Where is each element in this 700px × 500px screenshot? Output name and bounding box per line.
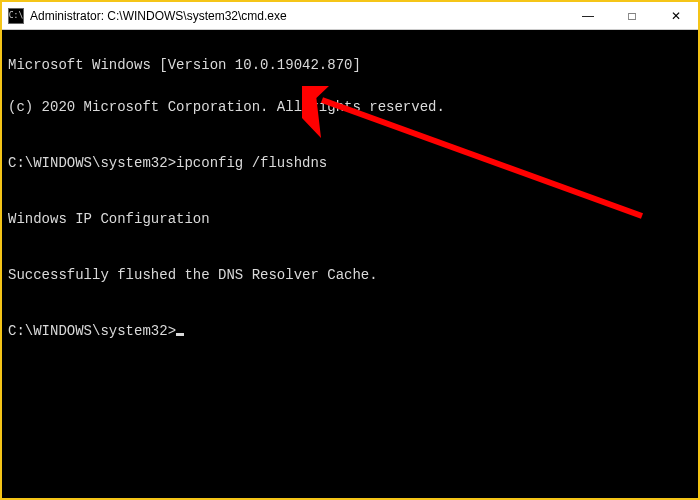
titlebar[interactable]: C:\ Administrator: C:\WINDOWS\system32\c… bbox=[2, 2, 698, 30]
close-button[interactable]: ✕ bbox=[654, 2, 698, 29]
cmd-window: C:\ Administrator: C:\WINDOWS\system32\c… bbox=[0, 0, 700, 500]
command-text: ipconfig /flushdns bbox=[176, 155, 327, 171]
maximize-button[interactable]: □ bbox=[610, 2, 654, 29]
window-controls: — □ ✕ bbox=[566, 2, 698, 29]
prompt-line-1: C:\WINDOWS\system32>ipconfig /flushdns bbox=[8, 153, 692, 174]
titlebar-left: C:\ Administrator: C:\WINDOWS\system32\c… bbox=[2, 8, 287, 24]
terminal-output[interactable]: Microsoft Windows [Version 10.0.19042.87… bbox=[2, 30, 698, 498]
version-line: Microsoft Windows [Version 10.0.19042.87… bbox=[8, 55, 692, 76]
minimize-button[interactable]: — bbox=[566, 2, 610, 29]
window-title: Administrator: C:\WINDOWS\system32\cmd.e… bbox=[30, 9, 287, 23]
copyright-line: (c) 2020 Microsoft Corporation. All righ… bbox=[8, 97, 692, 118]
flush-result: Successfully flushed the DNS Resolver Ca… bbox=[8, 265, 692, 286]
prompt-line-2: C:\WINDOWS\system32> bbox=[8, 321, 692, 342]
cmd-icon: C:\ bbox=[8, 8, 24, 24]
prompt-path: C:\WINDOWS\system32> bbox=[8, 155, 176, 171]
text-cursor bbox=[176, 333, 184, 336]
ipconfig-header: Windows IP Configuration bbox=[8, 209, 692, 230]
prompt-path: C:\WINDOWS\system32> bbox=[8, 323, 176, 339]
